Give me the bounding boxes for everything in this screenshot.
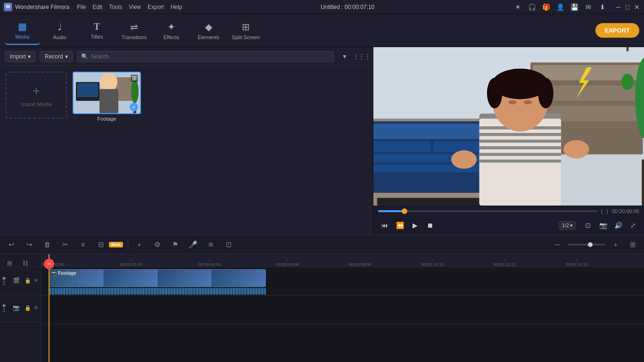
zoom-out-button[interactable]: ─ <box>551 238 564 251</box>
screenshot-icon[interactable]: 📷 <box>597 219 609 231</box>
menu-help[interactable]: Help <box>171 4 182 10</box>
import-media-placeholder[interactable]: + Import Media <box>6 72 67 119</box>
svg-rect-30 <box>479 133 561 136</box>
toolbar-elements[interactable]: ◆ Elements <box>191 16 226 45</box>
ruler-tick-2: 00:00:04:04 <box>198 259 221 267</box>
audio-icon: ♩ <box>58 21 62 33</box>
search-input[interactable] <box>91 53 330 60</box>
toolbar-split-screen[interactable]: ⊞ Split Screen <box>228 16 264 45</box>
ruler-spacer: ⊞ ⛓ <box>0 254 41 267</box>
adjust-button[interactable]: ≡ <box>76 238 90 251</box>
cut-button[interactable]: ✂ <box>58 238 72 251</box>
menu-bar: File Edit Tools View Export Help <box>77 4 182 10</box>
volume-icon[interactable]: 🔊 <box>612 219 624 231</box>
track-visibility-button-2[interactable]: 👁 <box>33 277 39 284</box>
footage-frame-6 <box>185 270 211 287</box>
preview-panel: { } 00:00:00:06 ⏮ ⏪ ▶ ⏹ 1/2 ▾ ⊡ 📷 🔊 ⤢ <box>373 47 644 235</box>
media-icon: ▦ <box>18 21 27 32</box>
menu-edit[interactable]: Edit <box>93 4 103 10</box>
media-label: Media <box>16 34 30 40</box>
search-box: 🔍 <box>77 51 334 62</box>
toolbar-transitions[interactable]: ⇌ Transitions <box>116 16 152 45</box>
footage-media-item[interactable]: ⊞ ✓ Footage <box>73 72 141 122</box>
track-header-2: ▶ 2 🎬 🔒 👁 <box>0 267 41 295</box>
track-visibility-button-1[interactable]: 👁 <box>33 304 39 312</box>
timeline-area: ↩ ↪ 🗑 ✂ ≡ ⊟ Beta + ⚙ ⚑ 🎤 ≋ ⊡ ─ + ⊞ <box>0 235 644 362</box>
zoom-in-button[interactable]: + <box>609 238 622 251</box>
pip-button[interactable]: ⊡ <box>223 238 236 251</box>
search-icon: 🔍 <box>81 53 88 60</box>
ruler-tick-4: 00:00:08:08 <box>349 259 372 267</box>
menu-file[interactable]: File <box>77 4 86 10</box>
track-lock-button-1[interactable]: 🔒 <box>25 304 31 312</box>
svg-point-40 <box>524 100 532 105</box>
gift-icon[interactable]: 🎁 <box>541 2 551 12</box>
audio-wave <box>49 288 266 295</box>
app-logo: W <box>4 3 12 11</box>
toolbar-media[interactable]: ▦ Media <box>5 16 40 45</box>
menu-export[interactable]: Export <box>148 4 164 10</box>
menu-tools[interactable]: Tools <box>109 4 122 10</box>
progress-thumb[interactable] <box>402 208 407 214</box>
sun-icon[interactable]: ☀ <box>513 2 522 12</box>
toolbar-titles[interactable]: T Titles <box>79 16 115 45</box>
titles-label: Titles <box>91 34 103 40</box>
full-screen-preview-icon[interactable]: ⊡ <box>582 219 594 231</box>
filter-icon[interactable]: ▼ <box>338 50 351 63</box>
media-panel: Import ▾ Record ▾ 🔍 ▼ ⋮⋮⋮ + Import Media <box>0 47 373 235</box>
playhead[interactable]: ✂ <box>49 254 50 362</box>
elements-icon: ◆ <box>205 21 212 33</box>
grid-view-icon[interactable]: ⋮⋮⋮ <box>355 50 368 63</box>
speed-selector[interactable]: 1/2 ▾ <box>559 221 576 230</box>
skip-to-start-button[interactable]: ⏮ <box>378 219 391 232</box>
delete-button[interactable]: 🗑 <box>41 238 54 251</box>
voice-button[interactable]: 🎤 <box>187 238 200 251</box>
preview-video <box>373 47 644 206</box>
import-plus-icon: + <box>33 83 40 99</box>
footage-frame-5 <box>158 270 184 287</box>
minimize-button[interactable]: ─ <box>615 4 621 10</box>
footage-clip[interactable]: 📷 Footage <box>49 269 266 287</box>
timeline-settings-button[interactable]: ⚑ <box>169 238 182 251</box>
save-icon[interactable]: 💾 <box>570 2 579 12</box>
mail-icon[interactable]: ✉ <box>584 2 593 12</box>
snap-button[interactable]: ⚙ <box>151 238 164 251</box>
toolbar-effects[interactable]: ✦ Effects <box>154 16 189 45</box>
progress-fill <box>378 210 405 212</box>
progress-track[interactable] <box>378 210 597 212</box>
expand-icon[interactable]: ⤢ <box>627 219 639 231</box>
step-back-button[interactable]: ⏪ <box>393 219 406 232</box>
redo-button[interactable]: ↪ <box>23 238 36 251</box>
close-button[interactable]: ✕ <box>634 4 640 10</box>
svg-rect-31 <box>479 140 561 143</box>
zoom-slider[interactable] <box>568 244 605 246</box>
play-button[interactable]: ▶ <box>408 219 421 232</box>
speed-value: 1/2 <box>562 222 569 228</box>
import-dropdown[interactable]: Import ▾ <box>5 51 36 62</box>
timeline-track-headers: ⊞ ⛓ ▶ 2 🎬 🔒 👁 ▶ 1 📷 🔒 👁 <box>0 254 41 362</box>
beta-tool-button[interactable]: ⊟ <box>94 238 107 251</box>
fit-timeline-button[interactable]: ⊞ <box>626 238 639 251</box>
audio-wave-clip <box>49 288 266 295</box>
maximize-button[interactable]: □ <box>624 4 631 10</box>
audio-adjust-button[interactable]: ≋ <box>205 238 218 251</box>
track-header-1: ▶ 1 📷 🔒 👁 <box>0 295 41 322</box>
main-content: Import ▾ Record ▾ 🔍 ▼ ⋮⋮⋮ + Import Media <box>0 47 644 235</box>
svg-rect-22 <box>373 142 431 152</box>
svg-point-16 <box>621 74 634 90</box>
record-dropdown[interactable]: Record ▾ <box>40 51 73 62</box>
track-type-icon-1: 📷 <box>13 304 20 311</box>
export-button[interactable]: EXPORT <box>595 23 639 38</box>
track-lock-button-2[interactable]: 🔒 <box>25 277 31 284</box>
beta-badge: Beta <box>109 242 123 247</box>
download-icon[interactable]: ⬇ <box>598 2 607 12</box>
stop-button[interactable]: ⏹ <box>423 219 437 232</box>
undo-button[interactable]: ↩ <box>5 238 18 251</box>
user-icon[interactable]: 👤 <box>555 2 565 12</box>
add-track-button[interactable]: + <box>133 238 146 251</box>
headphones-icon[interactable]: 🎧 <box>527 2 537 12</box>
toolbar-audio[interactable]: ♩ Audio <box>42 16 77 45</box>
menu-view[interactable]: View <box>129 4 141 10</box>
timeline-content: ⊞ ⛓ ▶ 2 🎬 🔒 👁 ▶ 1 📷 🔒 👁 <box>0 254 644 362</box>
title-bar: W Wondershare Filmora File Edit Tools Vi… <box>0 0 644 14</box>
